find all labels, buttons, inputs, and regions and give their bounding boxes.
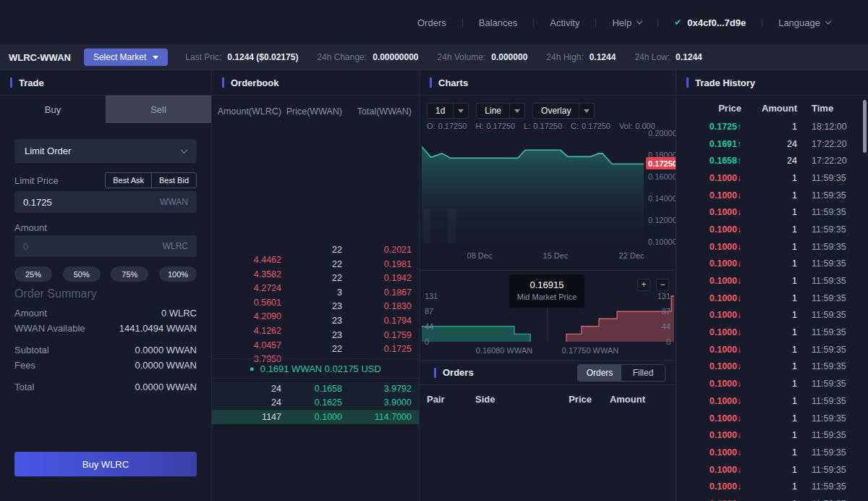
summary-label: Subtotal	[14, 345, 49, 355]
limit-price-input[interactable]	[23, 197, 160, 208]
trade-history-row: 0.1000↓111:59:35	[676, 221, 868, 238]
limit-price-label: Limit Price	[14, 175, 59, 186]
ask-price: 0.1981	[342, 259, 412, 269]
orderbook-ask-row[interactable]: 220.19424.2724	[212, 273, 419, 287]
orderbook-column-header: Amount(WLRC)	[212, 106, 281, 117]
orderbook-ask-row[interactable]: 220.19814.3582	[212, 259, 419, 274]
nav-help[interactable]: Help	[596, 17, 658, 28]
percent-button[interactable]: 75%	[111, 266, 148, 282]
summary-value: 0.0000 WWAN	[135, 345, 197, 355]
amount-input-box: WLRC	[14, 235, 197, 257]
last-price-tag: 0.17250	[646, 157, 676, 169]
trade-amount: 1	[741, 207, 797, 217]
best-price-buttons: Best Ask Best Bid	[105, 172, 197, 188]
percent-button[interactable]: 100%	[159, 266, 197, 282]
chevron-down-icon	[579, 104, 594, 118]
trade-amount: 1	[741, 190, 797, 201]
interval-dropdown[interactable]: 1d	[427, 103, 469, 119]
market-stat-label: 24h High:	[546, 52, 583, 62]
orderbook-ask-row[interactable]: 230.18304.2090	[212, 301, 419, 316]
trade-history-column-headers: PriceAmountTime	[676, 96, 868, 114]
orders-tab-button[interactable]: Orders	[578, 365, 621, 381]
zoom-in-button[interactable]: +	[637, 279, 650, 291]
trade-time: 11:59:35	[797, 379, 868, 389]
market-pair: WLRC-WWAN	[9, 52, 71, 63]
trade-history-row: 0.1000↓111:59:35	[676, 307, 868, 324]
best-bid-button[interactable]: Best Bid	[152, 173, 196, 188]
price-unit-label: WWAN	[160, 197, 188, 207]
orderbook-ask-row[interactable]: 220.17253.7950	[212, 344, 419, 358]
price-x-axis-label: 22 Dec	[610, 251, 653, 260]
market-stat: 24h Change:0.00000000	[317, 52, 418, 62]
trade-time: 11:59:35	[797, 242, 868, 252]
buy-submit-button[interactable]: Buy WLRC	[14, 452, 197, 476]
trade-price: 0.1000↓	[685, 207, 741, 217]
summary-label: Fees	[14, 360, 35, 371]
chevron-down-icon	[509, 104, 524, 118]
filled-tab-button[interactable]: Filled	[621, 365, 665, 381]
mid-market-tooltip: 0.16915 Mid Market Price	[509, 274, 584, 308]
tab-sell[interactable]: Sell	[106, 96, 211, 123]
orderbook-ask-row[interactable]: 230.17944.1262	[212, 316, 419, 330]
orders-column-header: Side	[475, 394, 551, 405]
nav-balances[interactable]: Balances	[463, 17, 533, 28]
trade-price: 0.1000↓	[685, 258, 741, 269]
market-stat: Last Pric:0.1244 ($0.02175)	[185, 52, 298, 62]
orders-section-header: Orders Orders Filled	[420, 361, 676, 385]
accent-bar	[222, 77, 224, 88]
nav-activity[interactable]: Activity	[534, 17, 595, 28]
orders-column-header: Pair	[427, 394, 475, 405]
trade-price: 0.1658↑	[685, 156, 741, 166]
overlay-dropdown[interactable]: Overlay	[532, 103, 595, 119]
orderbook-header: Orderbook	[212, 70, 419, 96]
market-bar: WLRC-WWAN Select Market Last Pric:0.1244…	[0, 45, 868, 70]
order-type-select[interactable]: Limit Order	[14, 139, 197, 163]
orders-column-header: Amount	[592, 394, 645, 405]
accent-bar	[430, 77, 432, 88]
percent-button[interactable]: 25%	[14, 266, 52, 282]
trade-price: 0.1000↓	[685, 465, 741, 475]
summary-value: 0.0000 WWAN	[135, 360, 197, 371]
select-market-button[interactable]: Select Market	[84, 49, 168, 66]
orderbook-ask-row[interactable]: 30.18670.5601	[212, 287, 419, 302]
charts-header: Charts	[420, 70, 676, 96]
chart-type-dropdown[interactable]: Line	[476, 103, 525, 119]
zoom-out-button[interactable]: −	[656, 279, 669, 291]
trade-price: 0.1725↑	[685, 122, 741, 132]
percent-button[interactable]: 50%	[63, 266, 101, 282]
nav-language[interactable]: Language	[762, 17, 846, 28]
depth-y-axis-label: 87	[652, 307, 671, 316]
market-stat-label: Last Pric:	[185, 52, 221, 62]
trade-amount: 1	[741, 242, 797, 252]
ask-amount: 22	[281, 344, 342, 354]
market-stat-value: 0.000000	[491, 52, 527, 62]
orders-section-title: Orders	[443, 367, 474, 378]
ohlc-label: O:	[427, 122, 435, 130]
accent-bar	[10, 77, 12, 88]
orderbook-bid-row[interactable]: 11470.1000114.7000	[212, 410, 419, 424]
trade-time: 11:59:35	[797, 481, 868, 492]
nav-orders[interactable]: Orders	[401, 17, 462, 28]
trade-history-row: 0.1000↓111:59:35	[676, 495, 868, 501]
trade-price: 0.1000↓	[685, 481, 741, 492]
best-ask-button[interactable]: Best Ask	[106, 173, 152, 188]
trade-amount: 1	[741, 258, 797, 269]
mid-market-label: Mid Market Price	[509, 292, 584, 301]
ask-amount: 22	[281, 273, 342, 283]
orderbook-ask-row[interactable]: 230.17594.0457	[212, 330, 419, 345]
nav-wallet[interactable]: ✔0x4cf0...7d9e	[658, 17, 762, 28]
orderbook-bid-row[interactable]: 240.16583.9792	[212, 382, 419, 396]
orderbook-bid-row[interactable]: 240.16253.9000	[212, 396, 419, 411]
market-stat-value: 0.1244	[676, 52, 702, 62]
trade-price: 0.1691↑	[685, 139, 741, 149]
bid-price: 0.1658	[281, 384, 342, 394]
trade-price: 0.1000↓	[685, 310, 741, 320]
trade-amount: 1	[741, 379, 797, 389]
limit-price-input-box: WWAN	[14, 191, 197, 213]
amount-input[interactable]	[23, 241, 163, 252]
scrollbar-thumb[interactable]	[863, 100, 867, 153]
trade-time: 11:59:35	[797, 361, 868, 371]
trade-price: 0.1000↓	[685, 276, 741, 286]
tab-buy[interactable]: Buy	[0, 96, 106, 123]
orderbook-ask-row[interactable]: 220.20214.4462	[212, 245, 419, 259]
